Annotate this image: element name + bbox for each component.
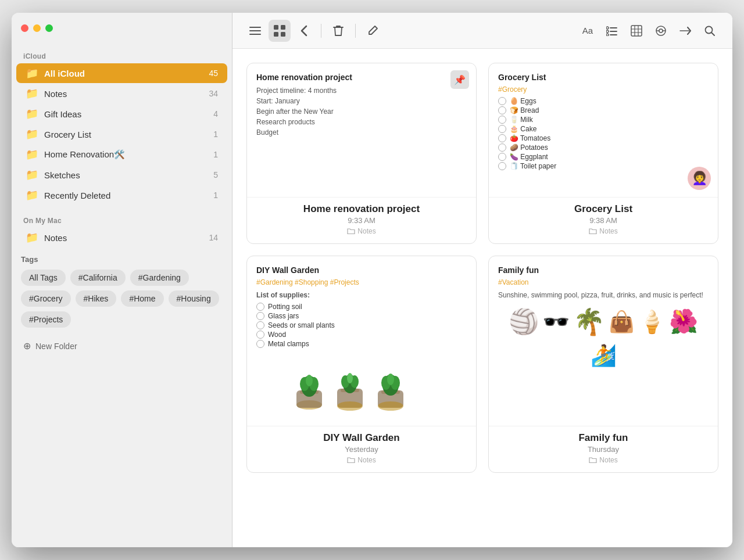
- check-circle: [256, 312, 264, 320]
- delete-button[interactable]: [327, 20, 349, 42]
- note-text: Sunshine, swimming pool, pizza, fruit, d…: [498, 290, 709, 300]
- svg-point-45: [387, 374, 394, 385]
- checklist-item: 🧻 Toilet paper: [498, 162, 709, 170]
- note-title: Home renovation project: [256, 73, 467, 82]
- sidebar-item-sketches[interactable]: 📁 Sketches 5: [16, 165, 227, 185]
- note-tag: #Vacation: [498, 278, 709, 286]
- svg-point-41: [378, 401, 403, 411]
- sidebar-content: iCloud 📁 All iCloud 45 📁 Notes 34 📁 Gift…: [12, 43, 232, 547]
- sidebar-item-count: 14: [209, 233, 218, 242]
- checklist-item: Wood: [256, 331, 467, 339]
- tag-projects[interactable]: #Projects: [21, 311, 71, 328]
- note-card-diy-garden[interactable]: DIY Wall Garden #Gardening #Shopping #Pr…: [246, 256, 477, 473]
- minimize-button[interactable]: [33, 24, 41, 32]
- sidebar-item-all-icloud[interactable]: 📁 All iCloud 45: [16, 63, 227, 83]
- share-button[interactable]: [650, 20, 672, 42]
- check-circle: [256, 331, 264, 339]
- new-folder-button[interactable]: ⊕ New Folder: [12, 335, 232, 357]
- checklist: 🥚 Eggs 🍞 Bread 🥛 Milk 🎂 Cake 🍅 Tomatoes …: [498, 97, 709, 170]
- svg-rect-0: [249, 27, 261, 28]
- maximize-button[interactable]: [45, 24, 53, 32]
- sidebar-item-label: Sketches: [44, 170, 208, 180]
- sidebar-item-label: All iCloud: [44, 69, 203, 78]
- tag-california[interactable]: #California: [70, 270, 126, 286]
- svg-point-31: [306, 375, 313, 386]
- sticker-palm-tree: 🌴: [573, 307, 605, 337]
- sidebar-item-home-renovation[interactable]: 📁 Home Renovation🛠️ 1: [16, 145, 227, 164]
- note-footer: Grocery List 9:38 AM Notes: [489, 197, 718, 243]
- note-footer-time: Yesterday: [247, 445, 476, 454]
- checklist-item: 🥔 Potatoes: [498, 143, 709, 152]
- back-button[interactable]: [293, 20, 315, 42]
- plant-image: [256, 353, 467, 417]
- folder-icon: 📁: [26, 148, 38, 161]
- sidebar-item-count: 4: [213, 109, 218, 119]
- note-preview: Grocery List #Grocery 🥚 Eggs 🍞 Bread 🥛 M…: [489, 63, 718, 197]
- checklist-item: 🍅 Tomatoes: [498, 134, 709, 142]
- check-circle: [256, 340, 264, 348]
- check-circle: [256, 321, 264, 329]
- sticker-sunglasses: 🕶️: [542, 309, 570, 335]
- sticker-bag: 👜: [609, 310, 635, 334]
- list-view-button[interactable]: [244, 20, 266, 42]
- note-footer-time: Thursday: [489, 445, 718, 454]
- tag-hikes[interactable]: #Hikes: [76, 290, 117, 307]
- new-folder-label: New Folder: [35, 342, 77, 351]
- close-button[interactable]: [21, 24, 28, 32]
- svg-rect-2: [249, 34, 261, 35]
- note-footer-folder: Notes: [247, 227, 476, 235]
- sidebar-item-recently-deleted[interactable]: 📁 Recently Deleted 1: [16, 185, 227, 205]
- sidebar-item-notes[interactable]: 📁 Notes 34: [16, 84, 227, 103]
- table-button[interactable]: [625, 20, 648, 42]
- note-footer-folder: Notes: [489, 456, 718, 464]
- sidebar-item-label: Gift Ideas: [44, 109, 208, 119]
- tags-grid: All Tags #California #Gardening #Grocery…: [21, 270, 223, 328]
- icloud-label: iCloud: [12, 48, 232, 63]
- tag-grocery[interactable]: #Grocery: [21, 290, 71, 307]
- compose-button[interactable]: [362, 20, 384, 42]
- sidebar: iCloud 📁 All iCloud 45 📁 Notes 34 📁 Gift…: [12, 13, 233, 547]
- check-circle: [498, 116, 506, 124]
- note-footer-time: 9:33 AM: [247, 216, 476, 225]
- svg-point-34: [337, 401, 363, 411]
- note-preview: Family fun #Vacation Sunshine, swimming …: [489, 256, 718, 426]
- tag-home[interactable]: #Home: [121, 290, 163, 307]
- svg-line-24: [712, 33, 715, 35]
- more-button[interactable]: [674, 20, 696, 42]
- check-circle: [498, 134, 506, 142]
- sidebar-item-label: Notes: [44, 233, 203, 243]
- pin-icon: 📌: [450, 70, 469, 89]
- sidebar-item-grocery-list[interactable]: 📁 Grocery List 1: [16, 124, 227, 144]
- format-button[interactable]: Aa: [577, 20, 599, 42]
- svg-point-23: [706, 26, 713, 33]
- checklist-item: Glass jars: [256, 312, 467, 320]
- svg-point-7: [606, 27, 609, 29]
- svg-rect-6: [281, 32, 285, 37]
- svg-rect-1: [249, 30, 261, 31]
- note-footer: Home renovation project 9:33 AM Notes: [247, 197, 476, 243]
- note-card-family-fun[interactable]: Family fun #Vacation Sunshine, swimming …: [488, 256, 718, 473]
- note-preview: DIY Wall Garden #Gardening #Shopping #Pr…: [247, 256, 476, 426]
- tag-all-tags[interactable]: All Tags: [21, 270, 66, 286]
- titlebar: [12, 13, 232, 43]
- note-footer-title: Home renovation project: [247, 203, 476, 215]
- checklist-button[interactable]: [601, 20, 623, 42]
- sidebar-item-mac-notes[interactable]: 📁 Notes 14: [16, 228, 227, 247]
- grid-view-button[interactable]: [269, 20, 291, 42]
- note-footer: Family fun Thursday Notes: [489, 426, 718, 472]
- toolbar: Aa: [233, 13, 732, 49]
- tags-label: Tags: [21, 255, 223, 264]
- folder-icon: 📁: [26, 128, 38, 141]
- search-button[interactable]: [699, 20, 721, 42]
- checklist-item: 🍞 Bread: [498, 106, 709, 114]
- note-card-home-reno[interactable]: Home renovation project 📌 Project timeli…: [246, 63, 477, 244]
- tag-housing[interactable]: #Housing: [169, 290, 219, 307]
- svg-rect-5: [274, 32, 278, 37]
- plus-icon: ⊕: [23, 340, 31, 351]
- on-my-mac-label: On My Mac: [12, 212, 232, 227]
- sticker-flower: 🌺: [669, 308, 698, 335]
- tag-gardening[interactable]: #Gardening: [130, 270, 189, 286]
- note-card-grocery[interactable]: Grocery List #Grocery 🥚 Eggs 🍞 Bread 🥛 M…: [488, 63, 718, 244]
- main-content: Aa Home renovation project: [233, 13, 732, 547]
- sidebar-item-gift-ideas[interactable]: 📁 Gift Ideas 4: [16, 104, 227, 124]
